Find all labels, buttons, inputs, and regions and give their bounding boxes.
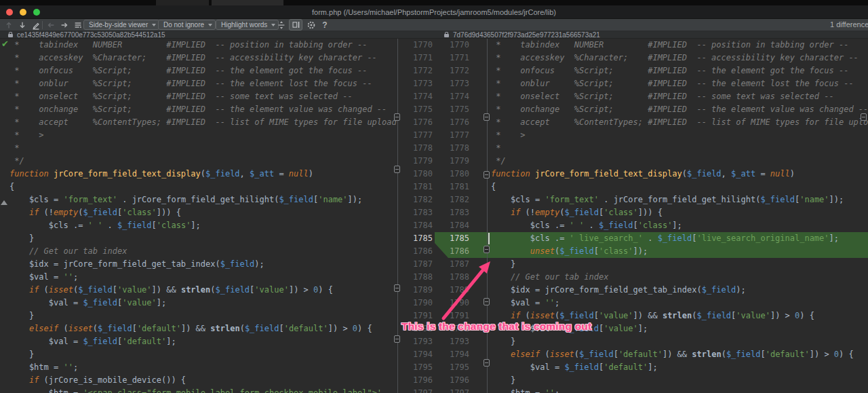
code-line[interactable]: * accesskey %Character; #IMPLIED -- acce… [487, 52, 868, 64]
line-number: 1774 [438, 90, 469, 103]
line-number: 1775 [438, 103, 469, 116]
left-code-pane[interactable]: * tabindex NUMBER #IMPLIED -- position i… [0, 39, 397, 393]
line-number: 1787 [401, 258, 433, 271]
line-number: 1781 [401, 181, 433, 193]
fold-marker-icon[interactable] [394, 113, 400, 121]
code-line[interactable]: } [0, 310, 397, 322]
code-line[interactable]: $val = $_field['default']; [0, 335, 397, 348]
code-line[interactable]: function jrCore_form_field_text_display(… [0, 168, 397, 181]
code-line[interactable]: $cls = 'form_text' . jrCore_form_field_g… [487, 193, 868, 206]
arrow-left-icon [46, 20, 56, 30]
code-line[interactable]: * > [487, 129, 868, 142]
code-line[interactable]: $val = ''; [0, 271, 397, 284]
code-line[interactable]: // Get our tab index [487, 271, 868, 284]
next-difference-button[interactable] [16, 19, 28, 31]
forward-button[interactable] [58, 19, 71, 31]
fold-marker-icon[interactable] [484, 113, 490, 121]
code-line[interactable]: } [0, 348, 397, 361]
code-line[interactable]: * onchange %Script; #IMPLIED -- the elem… [487, 103, 868, 116]
viewer-menu-button[interactable] [72, 19, 84, 31]
code-line[interactable]: * accept %ContentTypes; #IMPLIED -- list… [487, 116, 868, 129]
code-line[interactable]: * accesskey %Character; #IMPLIED -- acce… [0, 52, 397, 64]
code-line[interactable]: * onblur %Script; #IMPLIED -- the elemen… [487, 77, 868, 90]
code-line[interactable]: // Get our tab index [0, 245, 397, 258]
code-line[interactable]: * > [0, 129, 397, 142]
code-line[interactable]: * [0, 142, 397, 155]
line-number-gutter: 1770177017711771177217721773177317741774… [397, 39, 487, 393]
collapse-unchanged-button[interactable] [275, 19, 288, 31]
code-line[interactable]: $val = $_field['default']; [487, 361, 868, 374]
line-number: 1771 [401, 52, 433, 64]
code-line[interactable]: * tabindex NUMBER #IMPLIED -- position i… [487, 39, 868, 52]
line-number: 1782 [401, 193, 433, 206]
code-line[interactable]: */ [0, 155, 397, 168]
edit-source-button[interactable] [30, 19, 42, 31]
code-line[interactable]: $val = $_field['value']; [0, 297, 397, 310]
code-line[interactable]: $idx = jrCore_form_field_get_tab_index($… [487, 284, 868, 297]
code-line[interactable]: } [0, 232, 397, 245]
code-line[interactable]: $htm = ''; [0, 361, 397, 374]
right-code-pane[interactable]: * tabindex NUMBER #IMPLIED -- position i… [487, 39, 868, 393]
line-number: 1793 [401, 335, 433, 348]
code-line[interactable]: $idx = jrCore_form_field_get_tab_index($… [0, 258, 397, 271]
code-line[interactable]: $cls .= ' ' . $_field['class']; [0, 219, 397, 232]
fold-marker-icon[interactable] [394, 166, 400, 173]
code-line[interactable]: if (!empty($_field['class'])) { [487, 206, 868, 219]
line-number: 1781 [438, 181, 469, 193]
fold-marker-icon[interactable] [484, 298, 490, 305]
line-number: 1790 [401, 297, 433, 310]
check-icon: ✔ [1, 39, 9, 49]
code-line[interactable]: * onfocus %Script; #IMPLIED -- the eleme… [0, 64, 397, 77]
line-number: 1783 [438, 206, 469, 219]
code-line[interactable]: * accept %ContentTypes; #IMPLIED -- list… [0, 116, 397, 129]
code-line[interactable]: } [487, 258, 868, 271]
code-line[interactable]: * onfocus %Script; #IMPLIED -- the eleme… [487, 64, 868, 77]
sync-scroll-toggle[interactable] [289, 19, 302, 31]
line-number: 1786 [438, 245, 469, 258]
code-line[interactable]: * [487, 142, 868, 155]
code-line[interactable]: $cls .= ' live_search_' . $_field['live_… [487, 232, 868, 245]
fold-marker-icon[interactable] [484, 246, 490, 253]
highlight-mode-select[interactable]: Highlight words [216, 20, 279, 30]
fold-marker-icon[interactable] [394, 335, 400, 343]
code-line[interactable]: * onblur %Script; #IMPLIED -- the elemen… [0, 77, 397, 90]
editor-caret-icon [292, 20, 300, 29]
code-line[interactable]: $cls .= ' ' . $_field['class']; [487, 219, 868, 232]
code-line[interactable]: if (!empty($_field['class'])) { [0, 206, 397, 219]
question-mark-icon: ? [322, 20, 327, 30]
code-line[interactable]: $cls = 'form_text' . jrCore_form_field_g… [0, 193, 397, 206]
line-number: 1773 [438, 77, 469, 90]
code-line[interactable]: $htm = '<span class="form_mobile_label f… [0, 387, 397, 393]
code-line[interactable]: if (jrCore_is_mobile_device()) { [0, 374, 397, 387]
code-line[interactable]: * onselect %Script; #IMPLIED -- some tex… [0, 90, 397, 103]
whitespace-ignore-select[interactable]: Do not ignore [158, 20, 216, 30]
code-line[interactable]: } [487, 374, 868, 387]
code-line[interactable]: * onselect %Script; #IMPLIED -- some tex… [487, 90, 868, 103]
code-line[interactable]: { [0, 181, 397, 193]
viewer-mode-select[interactable]: Side-by-side viewer [83, 20, 159, 30]
code-line[interactable]: { [487, 181, 868, 193]
code-line[interactable]: unset($_field['class']); [487, 245, 868, 258]
line-number: 1794 [438, 348, 469, 361]
code-line[interactable]: */ [487, 155, 868, 168]
prev-difference-button[interactable] [3, 19, 15, 31]
code-line[interactable]: if (isset($_field['value']) && strlen($_… [0, 284, 397, 297]
fold-marker-icon[interactable] [861, 113, 867, 121]
arrow-up-marker-icon[interactable] [1, 200, 7, 205]
fold-marker-icon[interactable] [484, 171, 490, 179]
chevron-down-icon [152, 24, 156, 26]
fold-marker-icon[interactable] [394, 284, 400, 292]
code-line[interactable]: elseif (isset($_field['default']) && str… [0, 322, 397, 335]
code-line[interactable]: * onchange %Script; #IMPLIED -- the elem… [0, 103, 397, 116]
fold-marker-icon[interactable] [484, 359, 490, 367]
settings-button[interactable] [305, 19, 317, 31]
code-line[interactable]: $val = ''; [487, 297, 868, 310]
code-line[interactable]: * tabindex NUMBER #IMPLIED -- position i… [0, 39, 397, 52]
code-line[interactable]: } [487, 335, 868, 348]
help-button[interactable]: ? [319, 19, 331, 31]
code-line[interactable]: elseif (isset($_field['default']) && str… [487, 348, 868, 361]
back-button[interactable] [45, 19, 57, 31]
code-line[interactable]: $htm = ''; [487, 387, 868, 393]
lock-icon [8, 34, 13, 37]
code-line[interactable]: function jrCore_form_field_text_display(… [487, 168, 868, 181]
